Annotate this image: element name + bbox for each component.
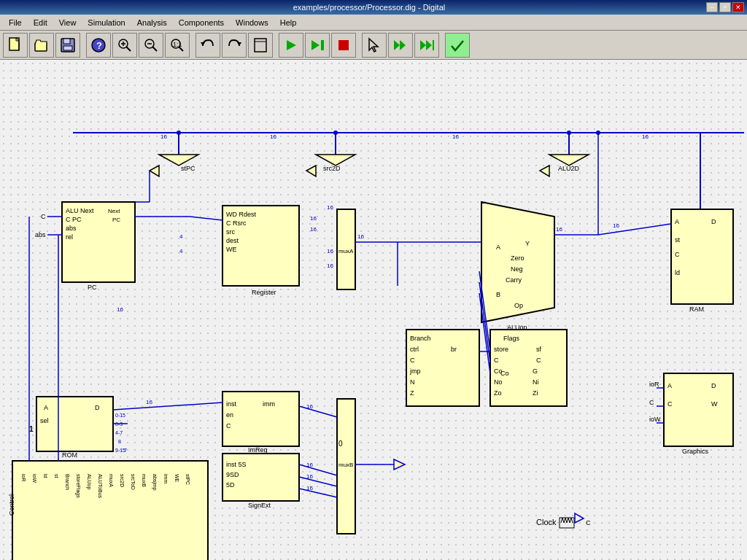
svg-text:16: 16 <box>117 306 123 313</box>
verify-button[interactable] <box>445 33 470 58</box>
svg-marker-39 <box>150 166 159 176</box>
svg-text:ImReg: ImReg <box>248 446 268 454</box>
svg-marker-27 <box>369 39 378 52</box>
svg-text:jmp: jmp <box>409 368 421 375</box>
svg-text:D: D <box>711 218 716 225</box>
svg-text:Z: Z <box>410 389 414 397</box>
minimize-button[interactable]: − <box>706 2 718 12</box>
canvas-area[interactable]: ALU Next C PC abs rel PC C abs WD Rdest … <box>0 60 747 560</box>
svg-point-157 <box>567 131 571 135</box>
svg-text:WD  Rdest: WD Rdest <box>226 211 257 218</box>
menu-help[interactable]: Help <box>274 17 303 28</box>
close-button[interactable]: ✕ <box>732 2 744 12</box>
svg-text:src2D: src2D <box>323 165 341 172</box>
svg-text:ioR: ioR <box>21 474 26 482</box>
menu-view[interactable]: View <box>53 17 82 28</box>
svg-text:5D: 5D <box>226 481 235 489</box>
svg-text:0: 0 <box>338 440 343 448</box>
help-button[interactable]: ? <box>86 33 111 58</box>
cut-button[interactable] <box>248 33 273 58</box>
svg-text:dest: dest <box>226 237 239 244</box>
svg-marker-63 <box>481 202 554 322</box>
svg-text:ALUToBus: ALUToBus <box>98 474 103 499</box>
svg-text:Op: Op <box>514 302 523 309</box>
svg-text:inst  5S: inst 5S <box>226 461 247 468</box>
svg-text:Branch: Branch <box>65 474 70 490</box>
svg-text:Co: Co <box>494 368 503 375</box>
svg-text:9-15: 9-15 <box>115 448 125 453</box>
svg-marker-145 <box>575 513 584 523</box>
svg-text:sf: sf <box>536 346 542 353</box>
svg-text:A: A <box>675 218 679 225</box>
svg-line-169 <box>479 293 490 373</box>
svg-text:C: C <box>410 357 415 364</box>
svg-text:C: C <box>675 251 680 258</box>
svg-text:Clock: Clock <box>536 518 557 526</box>
svg-rect-6 <box>63 46 72 50</box>
svg-text:Y: Y <box>525 240 530 247</box>
menu-file[interactable]: File <box>3 17 28 28</box>
run-button[interactable] <box>279 33 303 58</box>
svg-line-165 <box>598 224 671 235</box>
select-button[interactable] <box>362 33 387 58</box>
title-text: examples/processor/Processor.dig - Digit… <box>293 0 445 15</box>
step-button[interactable] <box>305 33 330 58</box>
menu-analysis[interactable]: Analysis <box>131 17 173 28</box>
svg-text:C: C <box>41 213 46 220</box>
svg-text:imm: imm <box>163 474 169 483</box>
svg-text:N: N <box>410 378 415 386</box>
svg-text:No: No <box>494 378 503 386</box>
svg-text:9SD: 9SD <box>226 471 239 478</box>
svg-text:Co: Co <box>500 370 509 377</box>
svg-text:br: br <box>451 346 457 353</box>
zoom-out-button[interactable] <box>139 33 163 58</box>
svg-rect-99 <box>406 330 479 406</box>
svg-text:16: 16 <box>642 133 649 140</box>
svg-text:A: A <box>44 404 48 411</box>
svg-text:imm: imm <box>263 400 275 408</box>
open-button[interactable] <box>29 33 54 58</box>
menu-simulation[interactable]: Simulation <box>82 17 131 28</box>
svg-text:C      PC: C PC <box>66 216 82 223</box>
svg-marker-41 <box>306 166 316 176</box>
svg-text:16: 16 <box>556 226 562 233</box>
svg-text:16: 16 <box>306 485 313 491</box>
svg-rect-96 <box>337 399 355 534</box>
svg-point-155 <box>177 131 181 135</box>
svg-text:muxA: muxA <box>338 248 354 254</box>
stop-button[interactable] <box>331 33 356 58</box>
svg-text:WE: WE <box>226 246 237 253</box>
svg-text:W: W <box>711 400 718 408</box>
svg-point-163 <box>596 131 600 135</box>
redo-button[interactable] <box>222 33 247 58</box>
svg-text:D: D <box>711 382 716 389</box>
svg-text:1: 1 <box>29 425 34 433</box>
svg-text:Zero: Zero <box>511 254 525 262</box>
svg-text:Ni: Ni <box>533 378 539 386</box>
faster-button[interactable] <box>414 33 439 58</box>
svg-text:16: 16 <box>357 233 364 240</box>
zoom-fit-button[interactable]: 1:1 <box>165 33 190 58</box>
new-button[interactable] <box>3 33 28 58</box>
save-button[interactable] <box>55 33 80 58</box>
svg-text:16: 16 <box>452 133 459 140</box>
svg-text:16: 16 <box>160 133 167 140</box>
svg-text:srcToD: srcToD <box>131 474 136 490</box>
undo-button[interactable] <box>196 33 220 58</box>
fast-forward-button[interactable] <box>388 33 413 58</box>
svg-marker-40 <box>316 155 355 166</box>
svg-text:16: 16 <box>613 222 619 229</box>
menu-windows[interactable]: Windows <box>230 17 274 28</box>
svg-text:C    Rsrc: C Rsrc <box>226 219 247 227</box>
svg-marker-184 <box>394 459 405 470</box>
svg-marker-28 <box>394 40 400 50</box>
toolbar: ? 1:1 <box>0 31 747 60</box>
svg-line-175 <box>299 406 337 417</box>
zoom-in-button[interactable] <box>112 33 137 58</box>
svg-text:?: ? <box>96 40 102 51</box>
menu-edit[interactable]: Edit <box>28 17 53 28</box>
svg-rect-72 <box>671 209 733 304</box>
maximize-button[interactable]: + <box>719 2 731 12</box>
svg-rect-54 <box>222 206 299 286</box>
menu-components[interactable]: Components <box>173 17 230 28</box>
